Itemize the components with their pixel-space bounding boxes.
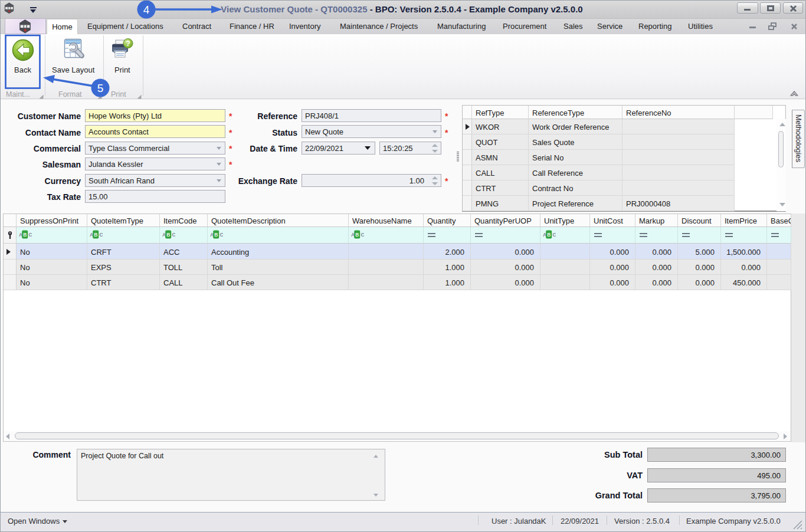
svg-text:5: 5 [97,82,104,94]
svg-text:4: 4 [143,4,150,16]
